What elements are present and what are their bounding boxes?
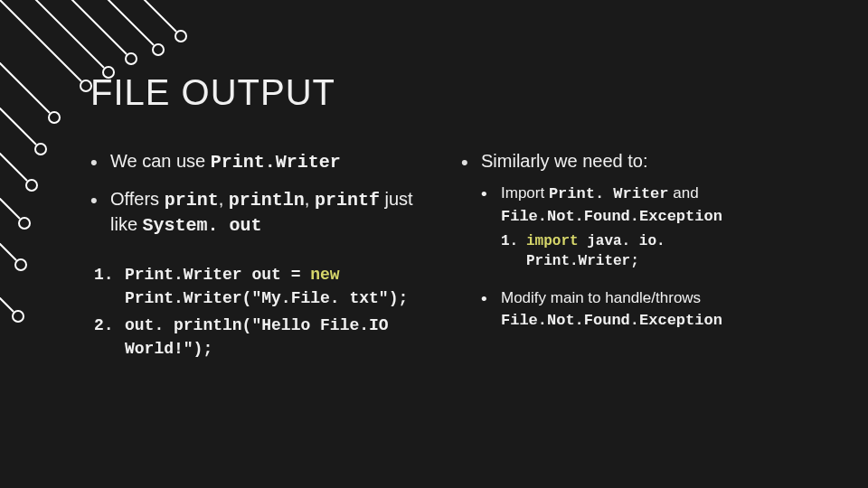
right-column: Similarly we need to: Import Print. Writ…: [461, 149, 787, 364]
text: ,: [219, 189, 229, 209]
code-line-1: Print.Writer out = new Print.Writer("My.…: [94, 263, 434, 310]
keyword-import: import: [526, 233, 579, 249]
code-text: File.Not.Found.Exception: [501, 312, 722, 329]
import-line: import java. io. Print.Writer;: [501, 231, 787, 272]
code-text: Print.Writer: [211, 152, 341, 173]
bullet-use-printwriter: We can use Print.Writer: [90, 149, 434, 174]
bullet-offers-methods: Offers print, println, printf just like …: [90, 187, 434, 238]
code-text: Print.Writer out =: [125, 266, 310, 284]
code-block-left: Print.Writer out = new Print.Writer("My.…: [94, 263, 434, 361]
import-code: import java. io. Print.Writer;: [501, 231, 787, 272]
code-line-2: out. println("Hello File.IO World!");: [94, 314, 434, 361]
subbullet-modify-main: Modify main to handle/throws File.Not.Fo…: [481, 287, 787, 332]
code-text: out. println("Hello File.IO World!");: [125, 316, 389, 358]
code-text: File.Not.Found.Exception: [501, 208, 722, 225]
slide-content: FILE OUTPUT We can use Print.Writer Offe…: [0, 0, 868, 400]
code-text: println: [229, 190, 305, 211]
code-text: printf: [315, 190, 380, 211]
text: Offers: [110, 189, 165, 209]
bullet-similarly: Similarly we need to: Import Print. Writ…: [461, 149, 787, 332]
text: and: [669, 184, 699, 202]
code-text: print: [165, 190, 219, 211]
code-text: Print.Writer("My.File. txt");: [125, 289, 408, 307]
slide-title: FILE OUTPUT: [90, 72, 787, 113]
text: We can use: [110, 151, 211, 171]
keyword-new: new: [310, 266, 339, 284]
text: Similarly we need to:: [481, 151, 648, 171]
subbullet-import: Import Print. Writer and File.Not.Found.…: [481, 183, 787, 271]
left-column: We can use Print.Writer Offers print, pr…: [90, 149, 434, 364]
text: Import: [501, 184, 549, 202]
code-text: System. out: [143, 215, 262, 236]
text: ,: [305, 189, 315, 209]
text: Modify main to handle/throws: [501, 289, 701, 306]
code-text: Print. Writer: [549, 185, 669, 202]
